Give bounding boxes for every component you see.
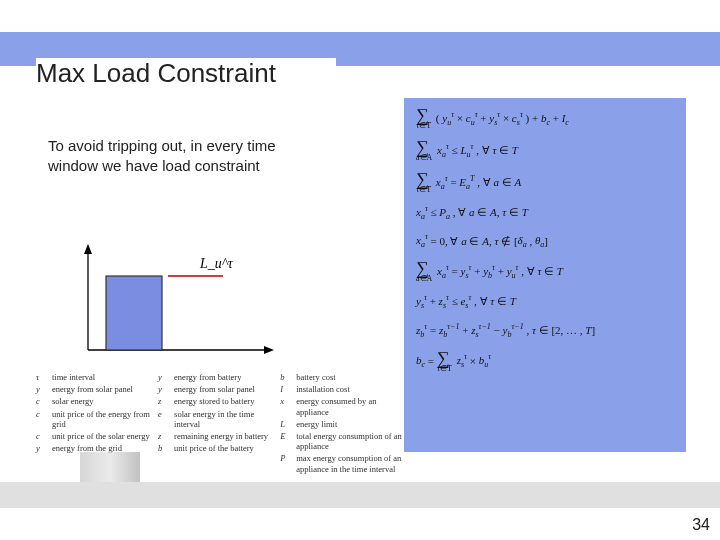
- svg-marker-3: [264, 346, 274, 354]
- equation: ∑τ∈T ( yuτ × cuτ + ysτ × csτ ) + bc + Ic: [416, 108, 674, 130]
- equation: xaτ ≤ Pa , ∀ a ∈ A, τ ∈ T: [416, 204, 674, 223]
- equation: ∑a∈A xaτ ≤ Luτ , ∀ τ ∈ T: [416, 140, 674, 162]
- footer-bar: [0, 482, 720, 508]
- legend-row: yenergy from solar panel: [158, 384, 280, 394]
- body-text: To avoid tripping out, in every time win…: [48, 136, 278, 177]
- legend-row: yenergy from battery: [158, 372, 280, 382]
- legend-row: τtime interval: [36, 372, 158, 382]
- equation: zbτ = zbτ−1 + zsτ−1 − ybτ−1 , τ ∈ [2, … …: [416, 322, 674, 341]
- equation: ysτ + zsτ ≤ esτ , ∀ τ ∈ T: [416, 293, 674, 312]
- legend-row: Lenergy limit: [280, 419, 402, 429]
- equation: xaτ = 0, ∀ a ∈ A, τ ∉ [δa , θa]: [416, 233, 674, 252]
- legend-col-3: bbattery costIinstallation costxenergy c…: [280, 372, 402, 476]
- legend-row: Iinstallation cost: [280, 384, 402, 394]
- legend-row: zremaining energy in battery: [158, 431, 280, 441]
- page-number: 34: [692, 516, 710, 534]
- legend-row: xenergy consumed by an appliance: [280, 396, 402, 416]
- legend-row: bbattery cost: [280, 372, 402, 382]
- load-limit-chart: L_u^τ: [68, 240, 278, 360]
- svg-marker-1: [84, 244, 92, 254]
- legend-row: cunit price of the solar energy: [36, 431, 158, 441]
- chart-label: L_u^τ: [199, 256, 234, 271]
- legend-row: Etotal energy consumption of an applianc…: [280, 431, 402, 451]
- equations-panel: ∑τ∈T ( yuτ × cuτ + ysτ × csτ ) + bc + Ic…: [404, 98, 686, 452]
- legend-row: esolar energy in the time interval: [158, 409, 280, 429]
- legend-row: yenergy from solar panel: [36, 384, 158, 394]
- equation: bc = ∑τ∈T zsτ × buτ: [416, 351, 674, 373]
- svg-rect-4: [106, 276, 162, 350]
- equation: ∑τ∈T xaτ = EaT , ∀ a ∈ A: [416, 172, 674, 194]
- legend-row: csolar energy: [36, 396, 158, 406]
- legend-row: Pmax energy consumption of an appliance …: [280, 453, 402, 473]
- legend-row: zenergy stored to battery: [158, 396, 280, 406]
- equation: ∑a∈A xaτ = ysτ + ybτ + yuτ , ∀ τ ∈ T: [416, 261, 674, 283]
- legend-row: cunit price of the energy from grid: [36, 409, 158, 429]
- slide-title: Max Load Constraint: [36, 58, 336, 89]
- footer-thumbnail: [80, 452, 140, 482]
- legend-col-2: yenergy from batteryyenergy from solar p…: [158, 372, 280, 476]
- legend-row: bunit price of the battery: [158, 443, 280, 453]
